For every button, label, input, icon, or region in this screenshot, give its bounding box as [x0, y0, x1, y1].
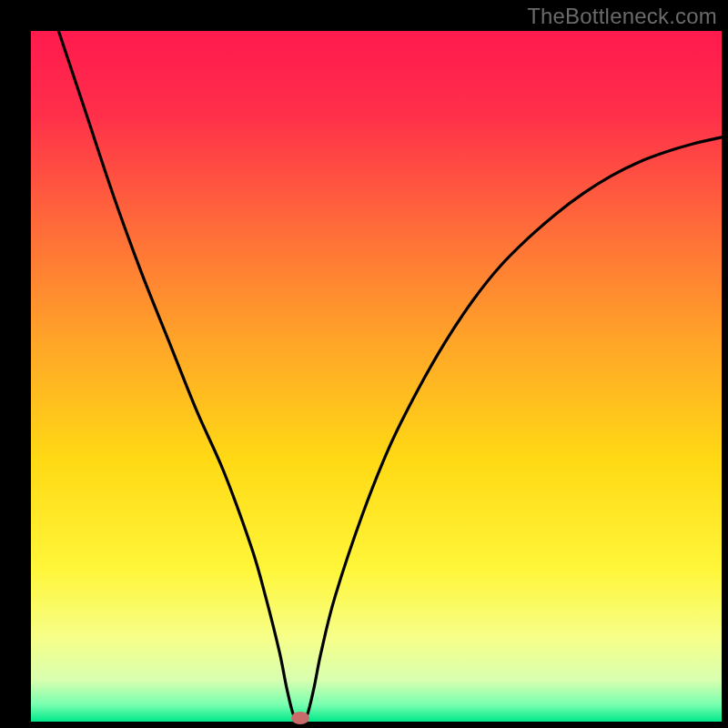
- chart-frame: TheBottleneck.com: [0, 0, 728, 728]
- optimal-point-marker: [291, 712, 309, 724]
- watermark-text: TheBottleneck.com: [527, 4, 717, 29]
- bottleneck-chart: [0, 0, 728, 728]
- plot-background: [31, 31, 722, 722]
